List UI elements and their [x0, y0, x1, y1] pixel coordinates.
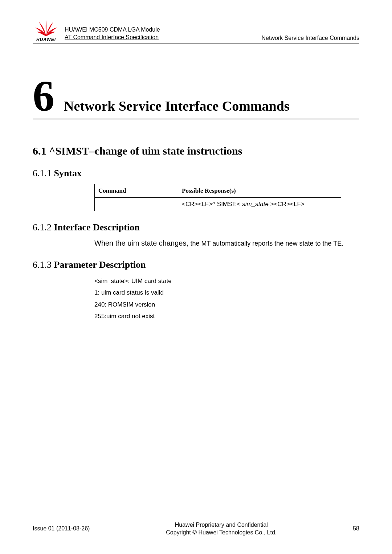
interface-desc-part2: the MT automatically reports the new sta…: [191, 240, 344, 247]
param-line: 240: ROMSIM version: [94, 299, 359, 311]
interface-desc-part1: When the uim state changes,: [94, 239, 191, 247]
param-line: 1: uim card status is valid: [94, 287, 359, 299]
subsection-title: Syntax: [54, 168, 82, 178]
table-header-row: Command Possible Response(s): [95, 184, 341, 198]
syntax-table: Command Possible Response(s) <CR><LF>^ S…: [94, 184, 341, 211]
table-row: <CR><LF>^ SIMST:< sim_state ><CR><LF>: [95, 198, 341, 211]
subsection-number: 6.1.3: [33, 259, 54, 270]
footer-confidential: Huawei Proprietary and Confidential Copy…: [90, 521, 353, 537]
subsection-number: 6.1.1: [33, 168, 54, 178]
param-line: <sim_state>: UIM card state: [94, 275, 359, 287]
subsection-heading-syntax: 6.1.1 Syntax: [33, 168, 359, 179]
footer-line2: Copyright © Huawei Technologies Co., Ltd…: [90, 529, 353, 537]
header-product-line1: HUAWEI MC509 CDMA LGA Module: [65, 26, 262, 34]
interface-description-body: When the uim state changes, the MT autom…: [94, 238, 359, 249]
chapter-number: 6: [33, 77, 54, 116]
page-footer: Issue 01 (2011-08-26) Huawei Proprietary…: [33, 518, 359, 537]
param-line: 255:uim card not exist: [94, 311, 359, 322]
table-cell-command: [95, 198, 178, 211]
page-header: HUAWEI HUAWEI MC509 CDMA LGA Module AT C…: [33, 20, 359, 44]
header-product: HUAWEI MC509 CDMA LGA Module AT Command …: [65, 26, 262, 42]
parameter-list: <sim_state>: UIM card state 1: uim card …: [94, 275, 359, 322]
footer-issue: Issue 01 (2011-08-26): [33, 525, 90, 532]
footer-line1: Huawei Proprietary and Confidential: [90, 521, 353, 529]
huawei-logo-text: HUAWEI: [36, 37, 56, 42]
subsection-heading-param-desc: 6.1.3 Parameter Description: [33, 259, 359, 270]
subsection-title: Parameter Description: [54, 259, 146, 270]
subsection-heading-interface-desc: 6.1.2 Interface Description: [33, 222, 359, 233]
section-heading-6-1: 6.1 ^SIMST–change of uim state instructi…: [33, 145, 359, 157]
header-section-title: Network Service Interface Commands: [262, 35, 359, 42]
table-header-response: Possible Response(s): [178, 184, 341, 198]
chapter-heading: 6 Network Service Interface Commands: [33, 77, 359, 119]
header-product-line2: AT Command Interface Specification: [65, 33, 262, 41]
chapter-title: Network Service Interface Commands: [64, 98, 290, 114]
footer-page-number: 58: [353, 525, 359, 532]
table-cell-response: <CR><LF>^ SIMST:< sim_state ><CR><LF>: [178, 198, 341, 211]
subsection-number: 6.1.2: [33, 222, 54, 233]
table-header-command: Command: [95, 184, 178, 198]
subsection-title: Interface Description: [54, 222, 140, 233]
huawei-logo: HUAWEI: [33, 20, 60, 42]
huawei-petal-icon: [34, 20, 58, 38]
